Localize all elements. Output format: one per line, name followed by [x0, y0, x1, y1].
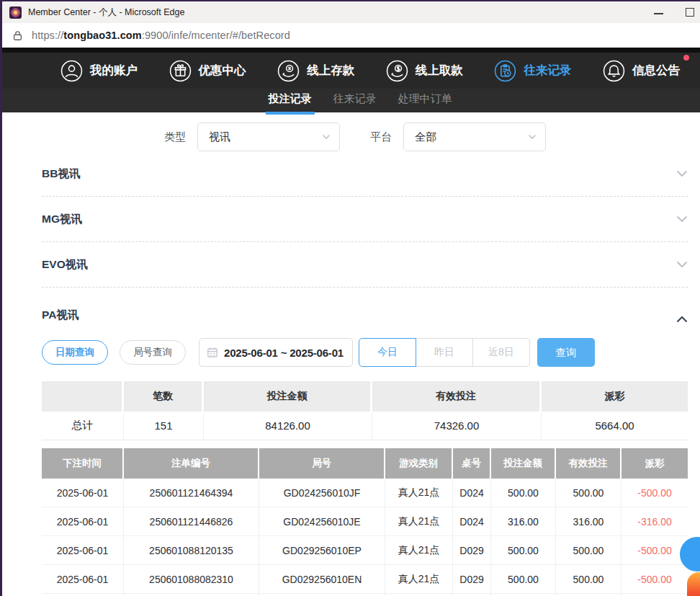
date-range-picker[interactable]: 2025-06-01 ~ 2025-06-01: [199, 338, 353, 367]
order-id-cell: 250601121446826: [124, 507, 259, 536]
type-select[interactable]: 视讯: [197, 123, 340, 151]
valid-bet-cell: 500.00: [556, 565, 622, 594]
payout-cell: -316.00: [622, 507, 688, 536]
nav-label: 线上取款: [416, 63, 463, 79]
chevron-down-icon: [322, 134, 331, 140]
nav-item-deposit[interactable]: 线上存款: [277, 60, 354, 82]
nav-item-transaction-records[interactable]: 往来记录: [494, 60, 571, 82]
section-mg-video[interactable]: MG视讯: [42, 197, 688, 242]
round-id-cell: GD024256010JE: [259, 507, 385, 536]
nav-item-my-account[interactable]: 我的账户: [60, 60, 138, 82]
type-select-value: 视讯: [209, 130, 230, 144]
section-pa-video[interactable]: PA视讯: [42, 288, 688, 329]
summary-header-cell: [42, 381, 124, 412]
round-id-cell: GD029256010EN: [259, 565, 385, 594]
bet-detail-table: 下注时间 注单编号 局号 游戏类别 桌号 投注金额 有效投注 派彩 2025-0…: [42, 448, 688, 596]
summary-header-cell: 投注金额: [204, 381, 372, 412]
url-text: https://tongbao31.com:9900/infe/mcenter/…: [32, 30, 290, 41]
maximize-button[interactable]: [686, 8, 694, 17]
chevron-down-icon[interactable]: [676, 261, 688, 268]
filter-row: 类型 视讯 平台 全部: [164, 123, 700, 151]
summary-header-cell: 笔数: [124, 381, 204, 412]
payout-cell: -500.00: [622, 565, 688, 594]
bet-amount-cell: 500.00: [491, 565, 556, 594]
sub-navigation: 投注记录 往来记录 处理中订单: [0, 89, 700, 112]
chevron-down-icon[interactable]: [676, 170, 688, 177]
nav-item-withdraw[interactable]: 线上取款: [386, 60, 463, 82]
platform-select[interactable]: 全部: [403, 123, 546, 151]
valid-bet-cell: 316.00: [556, 507, 622, 536]
table-no-cell: D024: [453, 507, 491, 536]
summary-cell: 74326.00: [372, 412, 542, 440]
last-8-days-button[interactable]: 近8日: [472, 338, 530, 367]
detail-header-cell: 注单编号: [124, 448, 259, 479]
detail-header-row: 下注时间 注单编号 局号 游戏类别 桌号 投注金额 有效投注 派彩: [42, 448, 688, 479]
nav-item-promotions[interactable]: 优惠中心: [169, 60, 246, 82]
chevron-down-icon[interactable]: [676, 215, 688, 223]
lock-icon[interactable]: [9, 27, 26, 44]
table-no-cell: D029: [453, 565, 491, 594]
detail-header-cell: 桌号: [453, 448, 491, 479]
summary-total-row: 总计 151 84126.00 74326.00 5664.00: [42, 412, 688, 440]
today-button[interactable]: 今日: [359, 338, 416, 367]
summary-cell: 84126.00: [204, 412, 372, 440]
type-filter-label: 类型: [164, 130, 186, 144]
calendar-icon: [207, 347, 218, 358]
bet-time-cell: 2025-06-01: [42, 479, 124, 507]
chevron-down-icon: [528, 134, 537, 140]
platform-select-value: 全部: [415, 130, 436, 144]
tab-pending-orders[interactable]: 处理中订单: [398, 89, 452, 112]
section-bb-video[interactable]: BB视讯: [42, 151, 688, 197]
table-no-cell: D024: [453, 479, 491, 507]
table-row: 2025-06-01 250601121464394 GD024256010JF…: [42, 479, 688, 507]
date-query-button[interactable]: 日期查询: [42, 340, 108, 365]
quick-range-group: 今日 昨日 近8日: [359, 338, 530, 367]
tab-transaction-record[interactable]: 往来记录: [333, 89, 377, 112]
page-header-gap: [0, 48, 700, 53]
summary-header-row: 笔数 投注金额 有效投注 派彩: [42, 381, 688, 412]
payout-cell: -500.00: [622, 536, 688, 565]
address-bar[interactable]: https://tongbao31.com:9900/infe/mcenter/…: [0, 23, 700, 48]
round-query-button[interactable]: 局号查询: [120, 340, 186, 365]
bet-amount-cell: 316.00: [491, 507, 556, 536]
valid-bet-cell: 500.00: [556, 479, 622, 507]
table-row: 2025-06-01 250601121446826 GD024256010JE…: [42, 507, 688, 536]
search-button[interactable]: 查询: [537, 338, 595, 367]
site-favicon: [9, 6, 22, 19]
table-row: 2025-06-01 250601088082310 GD029256010EN…: [42, 565, 688, 594]
minimize-button[interactable]: [654, 13, 663, 14]
yesterday-button[interactable]: 昨日: [416, 338, 473, 367]
round-id-cell: GD029256010EP: [259, 536, 385, 565]
notification-badge: [683, 55, 689, 61]
title-bar: Member Center - 个人 - Microsoft Edge: [0, 1, 700, 23]
user-icon: [60, 60, 83, 82]
withdraw-icon: [386, 60, 408, 82]
records-icon: [494, 60, 516, 82]
summary-header-cell: 派彩: [542, 381, 688, 412]
section-title: PA视讯: [42, 308, 78, 323]
section-evo-video[interactable]: EVO视讯: [42, 242, 688, 288]
summary-table: 笔数 投注金额 有效投注 派彩 总计 151 84126.00 74326.00…: [42, 381, 688, 440]
table-no-cell: D029: [453, 536, 491, 565]
bet-time-cell: 2025-06-01: [42, 536, 124, 565]
game-type-cell: 真人21点: [385, 479, 453, 507]
order-id-cell: 250601088082310: [124, 565, 259, 594]
gift-icon: [169, 60, 192, 82]
url-path: :9900/infe/mcenter/#/betRecord: [142, 30, 290, 41]
nav-label: 优惠中心: [199, 63, 246, 79]
detail-header-cell: 有效投注: [556, 448, 622, 479]
nav-label: 往来记录: [524, 63, 571, 79]
summary-cell: 总计: [42, 412, 124, 440]
nav-label: 信息公告: [632, 63, 680, 79]
bet-amount-cell: 500.00: [491, 479, 556, 507]
chevron-up-icon[interactable]: [676, 316, 688, 323]
detail-header-cell: 游戏类别: [385, 448, 453, 479]
summary-cell: 5664.00: [542, 412, 688, 440]
floating-promo-button[interactable]: [687, 572, 700, 596]
nav-label: 我的账户: [90, 63, 138, 79]
valid-bet-cell: 500.00: [556, 536, 622, 565]
section-title: MG视讯: [42, 212, 82, 227]
url-scheme: https://: [32, 30, 63, 41]
nav-item-announcements[interactable]: 信息公告: [603, 60, 680, 82]
tab-bet-record[interactable]: 投注记录: [269, 89, 312, 112]
